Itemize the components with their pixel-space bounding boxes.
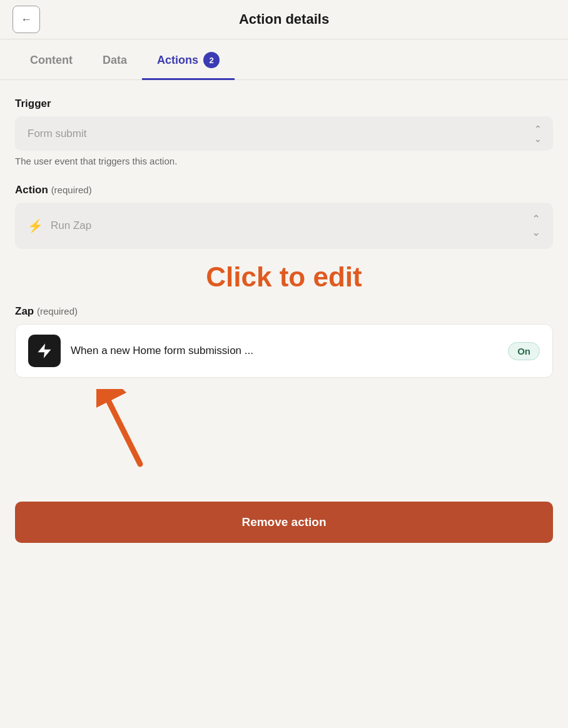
action-required-note: (required) [51,185,92,195]
action-label: Action (required) [15,184,553,196]
zap-name-text: When a new Home form submission ... [71,345,498,357]
zap-required-note: (required) [37,306,78,316]
tab-actions[interactable]: Actions 2 [142,39,235,80]
page-title: Action details [239,11,329,28]
tab-bar: Content Data Actions 2 [0,39,568,80]
action-field-group: Action (required) ⚡ Run Zap ⌃⌄ [15,184,553,249]
trigger-select-wrapper: Form submit ⌃⌄ [15,116,553,151]
zap-icon-box [28,335,61,367]
remove-action-button[interactable]: Remove action [15,502,553,543]
zap-lightning-icon: ⚡ [28,218,43,233]
trigger-select[interactable]: Form submit [15,116,553,151]
tab-data[interactable]: Data [88,39,142,80]
zap-field-group: Zap (required) When a new Home form subm… [15,305,553,378]
back-arrow-icon: ← [21,13,32,26]
tab-actions-label: Actions [157,54,198,67]
tab-data-label: Data [103,54,127,67]
tab-content[interactable]: Content [15,39,88,80]
action-chevron-icon: ⌃⌄ [532,213,540,239]
zap-lightning-box-icon [36,342,53,360]
trigger-label: Trigger [15,98,553,110]
trigger-hint: The user event that triggers this action… [15,156,553,166]
main-content: Trigger Form submit ⌃⌄ The user event th… [0,80,568,560]
arrow-annotation [15,389,553,464]
trigger-field-group: Trigger Form submit ⌃⌄ The user event th… [15,98,553,166]
svg-line-1 [109,402,140,464]
action-select-value: Run Zap [51,220,91,232]
action-select-display[interactable]: ⚡ Run Zap ⌃⌄ [15,203,553,249]
click-to-edit-annotation: Click to edit [15,261,553,293]
zap-status-badge: On [508,342,540,360]
tab-content-label: Content [30,54,73,67]
actions-badge: 2 [203,52,220,68]
zap-row[interactable]: When a new Home form submission ... On [15,324,553,378]
zap-label: Zap (required) [15,305,553,318]
back-button[interactable]: ← [13,6,40,33]
action-select-wrapper: ⚡ Run Zap ⌃⌄ [15,203,553,249]
arrow-icon [96,389,171,470]
page-header: ← Action details [0,0,568,39]
